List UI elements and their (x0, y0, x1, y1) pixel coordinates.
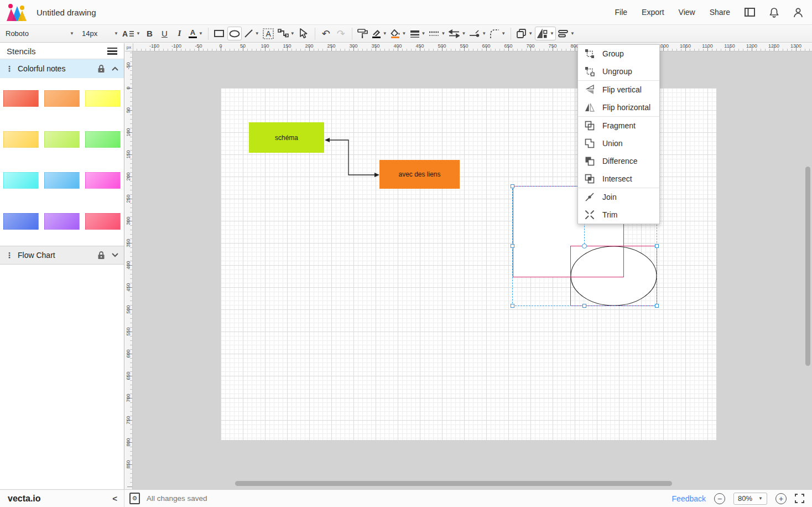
section-label: Flow Chart (18, 251, 55, 260)
fill-color-button[interactable]: ▼ (389, 27, 408, 40)
menu-item-label: Trim (602, 210, 617, 219)
bold-button[interactable]: B (143, 27, 157, 40)
font-size-select[interactable]: 14px▼ (80, 27, 121, 40)
feedback-link[interactable]: Feedback (672, 494, 706, 503)
arrow-style-button[interactable]: ▼ (447, 27, 467, 40)
brand-logo-text[interactable]: vecta.io (0, 494, 41, 504)
menu-item-union[interactable]: Union (578, 134, 659, 152)
menu-export[interactable]: Export (642, 8, 664, 17)
flip-vertical-icon (584, 84, 595, 95)
align-button[interactable]: ▼ (557, 27, 576, 40)
menu-item-flip-vertical[interactable]: Flip vertical (578, 81, 659, 99)
ruler-mark: 1200 (746, 43, 757, 49)
swatch-purple[interactable] (44, 213, 80, 230)
ruler-mark: 50 (240, 43, 246, 49)
menu-item-group[interactable]: Group (578, 45, 659, 63)
section-flow-chart[interactable]: ⋮ Flow Chart (0, 246, 124, 265)
selection-handle-center[interactable] (582, 244, 587, 249)
chevron-down-icon: ▼ (461, 31, 466, 36)
fullscreen-icon[interactable] (795, 494, 804, 503)
collapse-sidebar-icon[interactable]: < (112, 494, 117, 503)
menu-item-difference[interactable]: Difference (578, 152, 659, 170)
stroke-color-button[interactable]: ▼ (371, 27, 388, 40)
vertical-scrollbar[interactable] (805, 167, 810, 366)
selection-handle-mid-left[interactable] (511, 244, 514, 248)
swatch-green[interactable] (85, 131, 121, 148)
drag-handle-icon[interactable]: ⋮ (6, 251, 13, 260)
font-color-button[interactable]: A ▼ (188, 27, 204, 40)
notifications-bell-icon[interactable] (769, 7, 779, 18)
selection-handle-bottom-left[interactable] (511, 304, 514, 308)
lock-icon[interactable] (97, 251, 105, 260)
chevron-down-icon[interactable] (112, 253, 118, 257)
text-tool-button[interactable]: A (262, 27, 275, 40)
rectangle-tool-button[interactable] (212, 27, 226, 40)
text-style-button[interactable]: A ▼ (121, 27, 142, 40)
line-tool-button[interactable]: ▼ (243, 27, 261, 40)
redo-button[interactable]: ↷ (334, 27, 348, 40)
swatch-pink-red[interactable] (85, 213, 121, 230)
select-tool-button[interactable] (297, 27, 311, 40)
menu-item-fragment[interactable]: Fragment (578, 117, 659, 134)
underline-button[interactable]: U (158, 27, 171, 40)
ruler-mark: 500 (126, 304, 131, 315)
swatch-sky-blue[interactable] (44, 172, 80, 189)
horizontal-scrollbar[interactable] (235, 481, 672, 486)
swatch-gold[interactable] (3, 131, 39, 148)
selection-handle-top-left[interactable] (511, 184, 514, 188)
arrow-end-button[interactable]: ▼ (468, 27, 487, 40)
swatch-red[interactable] (3, 90, 39, 107)
menu-item-trim[interactable]: Trim (578, 206, 659, 224)
account-person-icon[interactable] (793, 7, 803, 18)
menu-view[interactable]: View (679, 8, 695, 17)
swatch-blue[interactable] (3, 213, 39, 230)
swatch-cyan[interactable] (3, 172, 39, 189)
ruler-mark: 200 (126, 171, 131, 182)
font-color-swatch (189, 37, 197, 38)
corner-style-button[interactable]: ▼ (488, 27, 507, 40)
duplicate-button[interactable]: ▼ (515, 27, 534, 40)
lock-icon[interactable] (97, 64, 105, 73)
swatch-yellow-green[interactable] (44, 131, 80, 148)
italic-button[interactable]: I (173, 27, 186, 40)
join-icon (584, 192, 595, 203)
drag-handle-icon[interactable]: ⋮ (6, 64, 13, 73)
shape-operations-button[interactable]: ▼ (535, 27, 556, 40)
selection-handle-mid-right[interactable] (655, 244, 659, 248)
document-title[interactable]: Untitled drawing (37, 8, 96, 17)
stencils-menu-icon[interactable] (107, 48, 117, 55)
chevron-down-icon: ▼ (528, 31, 533, 36)
swatch-orange[interactable] (44, 90, 80, 107)
ruler-mark: 300 (349, 43, 357, 49)
chevron-down-icon: ▼ (758, 496, 763, 501)
ellipse-tool-button[interactable] (227, 27, 242, 40)
chevron-up-icon[interactable] (112, 66, 118, 71)
chevron-down-icon: ▼ (70, 31, 74, 36)
line-weight-button[interactable]: ▼ (409, 27, 427, 40)
undo-button[interactable]: ↶ (319, 27, 333, 40)
font-family-select[interactable]: Roboto▼ (3, 27, 76, 40)
vecta-logo-icon[interactable] (6, 2, 27, 22)
layout-panel-icon[interactable] (745, 8, 755, 17)
selection-handle-bottom-center[interactable] (582, 304, 586, 308)
menu-item-ungroup[interactable]: Ungroup (578, 63, 659, 80)
page-settings-icon[interactable]: ⚙ (129, 493, 140, 504)
menu-item-intersect[interactable]: Intersect (578, 170, 659, 188)
swatch-magenta[interactable] (85, 172, 121, 189)
connector-tool-button[interactable]: ▼ (277, 27, 296, 40)
menu-item-join[interactable]: Join (578, 188, 659, 206)
selection-handle-bottom-right[interactable] (655, 304, 659, 308)
statusbar-main: ⚙ All changes saved (124, 490, 672, 507)
zoom-level-select[interactable]: 80% ▼ (733, 493, 767, 505)
menu-item-flip-horizontal[interactable]: Flip horizontal (578, 99, 659, 116)
ruler-mark: 350 (126, 237, 131, 249)
menu-file[interactable]: File (615, 8, 628, 17)
group-icon (584, 48, 595, 59)
format-painter-button[interactable] (356, 27, 370, 40)
section-colorful-notes[interactable]: ⋮ Colorful notes (0, 59, 124, 78)
zoom-out-button[interactable]: − (714, 493, 725, 504)
menu-share[interactable]: Share (710, 8, 730, 17)
swatch-yellow[interactable] (85, 90, 121, 107)
zoom-in-button[interactable]: + (775, 493, 787, 504)
line-style-button[interactable]: ▼ (428, 27, 446, 40)
